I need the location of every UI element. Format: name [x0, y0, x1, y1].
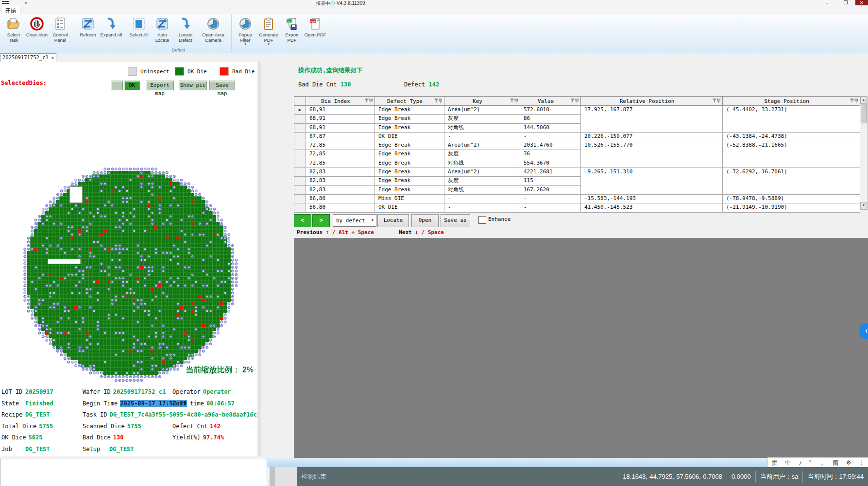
cell-stage-position[interactable]: (-43.1384,-24.4738): [723, 132, 860, 141]
pin-icon[interactable]: [514, 98, 519, 104]
cell-die-index[interactable]: 82,83: [306, 185, 375, 194]
minimize-button[interactable]: –: [821, 0, 834, 5]
table-row[interactable]: 72,85Edge BreakArea(um^2)2031.476010.526…: [294, 141, 860, 150]
cell-defect-type[interactable]: Edge Break: [375, 159, 444, 168]
cell-defect-type[interactable]: Edge Break: [375, 168, 444, 177]
filter-funnel-icon[interactable]: [850, 98, 854, 104]
row-selector[interactable]: [294, 123, 306, 132]
wafer-map-canvas[interactable]: [19, 164, 239, 383]
ime-item[interactable]: ♪: [799, 459, 801, 466]
cell-die-index[interactable]: 68,91: [306, 106, 375, 115]
row-selector[interactable]: [294, 115, 306, 123]
cell-relative-position[interactable]: 20.226,-159.077: [581, 132, 723, 141]
scrollbar-thumb[interactable]: [861, 104, 867, 123]
cell-defect-key[interactable]: 对角线: [444, 185, 520, 194]
pin-icon[interactable]: [575, 98, 579, 104]
cell-die-index[interactable]: 56,80: [306, 203, 375, 212]
filter-funnel-icon[interactable]: [510, 98, 514, 104]
locate-defect-button[interactable]: Locate Defect: [174, 16, 197, 47]
cell-defect-type[interactable]: OK DIE: [375, 132, 444, 141]
cell-die-index[interactable]: 72,85: [306, 150, 375, 159]
column-header-stage-position[interactable]: Stage Position: [723, 97, 860, 106]
ok-button[interactable]: OK: [124, 81, 140, 90]
cell-die-index[interactable]: 82,83: [306, 177, 375, 185]
pin-icon[interactable]: [717, 98, 721, 104]
navigation-mode-select[interactable]: by defect ▼: [333, 214, 376, 227]
cell-defect-key[interactable]: 对角线: [444, 159, 520, 168]
panel-splitter[interactable]: [257, 62, 261, 456]
popup-filter-button[interactable]: Popup Filter▼: [234, 16, 257, 47]
open-button[interactable]: Open: [411, 214, 439, 227]
pin-icon[interactable]: [439, 98, 443, 104]
enhance-checkbox[interactable]: [478, 216, 486, 224]
cell-defect-value[interactable]: -: [520, 194, 581, 203]
defect-image-viewer[interactable]: STOP ACS.EStop: [294, 238, 868, 486]
cell-stage-position[interactable]: (-21.9149,-10.9190): [723, 203, 860, 212]
ime-item[interactable]: 中: [785, 459, 791, 467]
export-pdf-button[interactable]: XLSExport PDF: [280, 16, 304, 47]
cell-defect-key[interactable]: 对角线: [444, 123, 520, 132]
cell-defect-key[interactable]: 灰度: [444, 177, 520, 185]
row-selector[interactable]: [294, 185, 306, 194]
select-all-button[interactable]: Select All: [127, 16, 151, 47]
filter-funnel-icon[interactable]: [570, 98, 575, 104]
refresh-button[interactable]: Refresh: [76, 16, 100, 47]
cell-defect-key[interactable]: -: [444, 132, 520, 141]
cell-defect-value[interactable]: 167.2620: [520, 185, 581, 194]
maximize-button[interactable]: ❐: [839, 0, 852, 5]
row-selector[interactable]: [294, 141, 306, 150]
cell-die-index[interactable]: 68,91: [306, 115, 375, 123]
table-scrollbar[interactable]: ▲ ▼: [860, 96, 868, 210]
cell-defect-value[interactable]: 2031.4760: [520, 141, 581, 150]
cell-relative-position[interactable]: 17.925,-167.877: [581, 106, 723, 133]
cell-relative-position[interactable]: -15.583,-144.193: [581, 194, 723, 203]
cell-stage-position[interactable]: (-52.8388,-21.1665): [723, 141, 860, 168]
chevron-down-icon[interactable]: ▼: [24, 1, 28, 5]
cell-defect-value[interactable]: 572.6010: [520, 106, 581, 115]
cell-die-index[interactable]: 82,83: [306, 168, 375, 177]
cell-stage-position[interactable]: (-72.6292,-16.7061): [723, 168, 860, 195]
cell-relative-position[interactable]: 10.526,-155.770: [581, 141, 723, 168]
select-task-button[interactable]: Select Task: [2, 16, 25, 47]
row-selector[interactable]: ▶: [294, 106, 306, 115]
cell-defect-type[interactable]: Edge Break: [375, 177, 444, 185]
table-row[interactable]: 86,80Miss DIE---15.583,-144.193(-78.9478…: [294, 194, 860, 203]
ime-item[interactable]: 拼: [772, 459, 778, 467]
cell-defect-value[interactable]: -: [520, 132, 581, 141]
column-header-key[interactable]: Key: [444, 97, 520, 106]
cell-defect-type[interactable]: Edge Break: [375, 123, 444, 132]
ime-item[interactable]: ⋮: [859, 459, 865, 466]
row-selector[interactable]: [294, 168, 306, 177]
cell-defect-value[interactable]: -: [520, 203, 581, 212]
document-tab[interactable]: 202509171752_c1✕: [0, 53, 56, 62]
column-header-relative-position[interactable]: Relative Position: [581, 97, 723, 106]
cell-relative-position[interactable]: -9.265,-151.310: [581, 168, 723, 195]
cell-defect-key[interactable]: -: [444, 203, 520, 212]
cell-die-index[interactable]: 67,87: [306, 132, 375, 141]
defect-table[interactable]: Die IndexDefect TypeKeyValueRelative Pos…: [294, 96, 860, 213]
show-pic-button[interactable]: Show pic: [179, 81, 207, 90]
clear-alert-button[interactable]: Clear Alert: [25, 16, 49, 47]
save-as-button[interactable]: Save as: [441, 214, 470, 227]
pin-icon[interactable]: [369, 98, 374, 104]
cell-defect-key[interactable]: Area(um^2): [444, 168, 520, 177]
cell-defect-type[interactable]: Edge Break: [375, 106, 444, 115]
cell-die-index[interactable]: 86,80: [306, 194, 375, 203]
open-area-camera-button[interactable]: Open Area Camera: [197, 16, 229, 47]
scroll-down-icon[interactable]: ▼: [860, 202, 867, 209]
cell-defect-value[interactable]: 86: [520, 115, 581, 123]
filter-funnel-icon[interactable]: [364, 98, 369, 104]
control-panel-button[interactable]: Control Panel: [49, 16, 72, 47]
row-selector[interactable]: [294, 159, 306, 168]
cell-defect-type[interactable]: Edge Break: [375, 141, 444, 150]
previous-defect-button[interactable]: <: [294, 214, 311, 227]
cell-die-index[interactable]: 68,91: [306, 123, 375, 132]
row-selector[interactable]: [294, 132, 306, 141]
cell-defect-key[interactable]: -: [444, 194, 520, 203]
locate-button[interactable]: Locate: [377, 214, 409, 227]
spacer-button[interactable]: [111, 81, 123, 90]
column-header-value[interactable]: Value: [520, 97, 581, 106]
pin-icon[interactable]: [854, 98, 859, 104]
table-row[interactable]: 82,83Edge BreakArea(um^2)4221.2681-9.265…: [294, 168, 860, 177]
cell-defect-type[interactable]: Miss DIE: [375, 194, 444, 203]
